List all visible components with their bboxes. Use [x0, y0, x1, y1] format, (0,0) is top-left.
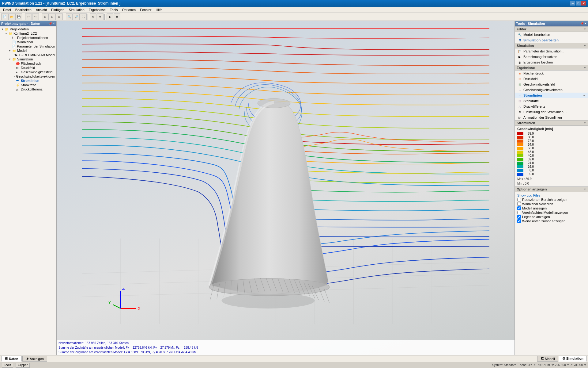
tools-button[interactable]: Tools	[2, 363, 13, 368]
menu-optionen[interactable]: Optionen	[120, 7, 138, 12]
option-checkbox[interactable]	[517, 202, 521, 206]
tree-item-druckdifferenz[interactable]: △Druckdifferenz	[0, 87, 56, 91]
tab-simulation[interactable]: ⚙ Simulation	[559, 356, 587, 362]
menu-bearbeiten[interactable]: Bearbeiten	[13, 7, 33, 12]
show-log-files-link[interactable]: Show Log Files	[517, 194, 540, 197]
geschwindigkeitsvektoren-item[interactable]: → Geschwindigkeitsvektoren	[515, 87, 588, 93]
tree-item-stabkräfte[interactable]: ⚡Stabkräfte	[0, 83, 56, 87]
toolbar-save[interactable]: 💾	[15, 13, 22, 20]
menu-einfuegen[interactable]: Einfügen	[49, 7, 66, 12]
minimize-button[interactable]: ─	[570, 1, 575, 6]
stromlinien-item[interactable]: ≈ Stromlinien ◄	[515, 93, 588, 98]
menu-tools[interactable]: Tools	[108, 7, 120, 12]
legend-value-text: 40.0	[525, 154, 534, 158]
panel-close-icon[interactable]: ✕	[53, 22, 55, 25]
scene-area[interactable]: X Y Z Netzinformationen: 157 955 Zellen,…	[57, 21, 514, 355]
section-editor-label: Editor	[517, 27, 526, 31]
toolbar-stop[interactable]: ■	[114, 13, 120, 20]
animation-stromlinien-item[interactable]: ▷ Animation der Stromlinien	[515, 115, 588, 120]
status-y: Y: 226.550 m	[551, 363, 569, 367]
toolbar-pan[interactable]: ✥	[97, 13, 104, 20]
option-row-windkanal-aktivieren: Windkanal aktivieren	[517, 202, 586, 206]
tree-item-modell[interactable]: ▼📁Modell	[0, 48, 56, 53]
flaechendruck-item[interactable]: ■ Flächendruck	[515, 71, 588, 76]
legend-entry: 64.0	[517, 143, 534, 147]
option-row-vereinfachtes-modell-anzeigen: Vereinfachtes Modell anzeigen	[517, 210, 586, 215]
berechnung-item[interactable]: ▶ Berechnung fortsetzen	[515, 54, 588, 59]
statusbar-right: System: Standard Ebene: XY X: 79.671 m Y…	[492, 363, 586, 367]
toolbar-zoom-all[interactable]: ⛶	[80, 13, 87, 20]
option-checkbox[interactable]	[517, 215, 521, 219]
druckfeld-label: Druckfeld	[523, 77, 537, 81]
clipper-button[interactable]: Clipper	[16, 363, 30, 368]
animation-icon: ▷	[517, 115, 522, 120]
berechnung-label: Berechnung fortsetzen	[523, 55, 557, 59]
tree-item-stromlinien[interactable]: 〰Stromlinien	[0, 79, 56, 83]
stromlinien-indicator: ◄	[583, 94, 586, 97]
option-checkbox[interactable]	[517, 198, 521, 201]
tree-item-flächendruck[interactable]: 🔴Flächendruck	[0, 61, 56, 66]
maximize-button[interactable]: □	[576, 1, 581, 6]
toolbar-view3[interactable]: ⊠	[56, 13, 63, 20]
stabkraefte-item[interactable]: ⊟ Stabkräfte	[515, 98, 588, 104]
tab-anzeigen[interactable]: 👁 Anzeigen	[22, 356, 47, 362]
toolbar-view2[interactable]: ⊟	[49, 13, 56, 20]
tree-item-geschwindigkeitsvektoren[interactable]: →Geschwindigkeitsvektoren	[0, 74, 56, 79]
toolbar-rotate[interactable]: ↻	[90, 13, 96, 20]
panel-pin-icon[interactable]: 📌	[49, 22, 52, 25]
tree-item-windkanal[interactable]: 📄Windkanal	[0, 40, 56, 44]
legend-entry: 48.0	[517, 150, 534, 154]
parameter-simulation-item[interactable]: 📋 Parameter der Simulation...	[515, 48, 588, 54]
tree-item-projektinformationen[interactable]: ℹProjektinformationen	[0, 36, 56, 40]
option-checkbox[interactable]	[517, 219, 521, 223]
tree-item-parameter-der-simulation[interactable]: 📄Parameter der Simulation	[0, 44, 56, 48]
toolbar-new[interactable]: 📄	[1, 13, 8, 20]
geschwindigkeitsfeld-icon: ⊞	[517, 82, 522, 86]
menu-datei[interactable]: Datei	[1, 7, 13, 12]
legend-color-box	[517, 165, 523, 168]
geschwindigkeitsfeld-item[interactable]: ⊞ Geschwindigkeitsfeld	[515, 82, 588, 87]
druckdifferenz-item[interactable]: △ Druckdifferenz	[515, 104, 588, 109]
menu-ergebnisse[interactable]: Ergebnisse	[87, 7, 107, 12]
section-editor[interactable]: Editor ▼	[515, 26, 588, 32]
toolbar-open[interactable]: 📂	[8, 13, 15, 20]
viewport[interactable]: Dimensionen des Windkanals: Dx = 1216.89…	[57, 21, 514, 355]
tree-item-geschwindigkeitsfeld[interactable]: ≈Geschwindigkeitsfeld	[0, 70, 56, 74]
simulation-bearbeiten-label: Simulation bearbeiten	[523, 38, 559, 42]
legend-entry: 24.0	[517, 161, 534, 165]
modell-bearbeiten-item[interactable]: 🔧 Modell bearbeiten	[515, 32, 588, 37]
tree-item-projektdaten[interactable]: ▼📁Projektdaten	[0, 27, 56, 31]
druckfeld-item[interactable]: ⊞ Druckfeld	[515, 76, 588, 82]
section-optionen[interactable]: Optionen anzeigen ▼	[515, 186, 588, 192]
right-panel-pin[interactable]: 📌	[580, 22, 584, 25]
toolbar-redo[interactable]: ↪	[32, 13, 39, 20]
tab-modell[interactable]: 🏗 Modell	[537, 356, 558, 362]
right-panel-close[interactable]: ✕	[584, 22, 587, 25]
menu-fenster[interactable]: Fenster	[138, 7, 153, 12]
ergebnisse-loeschen-item[interactable]: 🗑 Ergebnisse löschen	[515, 59, 588, 65]
tree-item-druckfeld[interactable]: ⊞Druckfeld	[0, 66, 56, 70]
section-simulation[interactable]: Simulation ▼	[515, 43, 588, 48]
toolbar-render[interactable]: ▶	[107, 13, 113, 20]
toolbar-undo[interactable]: ↩	[25, 13, 32, 20]
menubar: Datei Bearbeiten Ansicht Einfügen Simula…	[0, 7, 588, 13]
section-stromlinien[interactable]: Stromlinien ▼	[515, 120, 588, 126]
legend-entry: 72.0	[517, 139, 534, 143]
section-ergebnisse[interactable]: Ergebnisse ▼	[515, 65, 588, 71]
menu-hilfe[interactable]: Hilfe	[154, 7, 164, 12]
tree-item-kühlturm2_lc2[interactable]: ▼📁Kühlturm2_LC2	[0, 31, 56, 36]
menu-simulation[interactable]: Simulation	[67, 7, 86, 12]
menu-ansicht[interactable]: Ansicht	[34, 7, 49, 12]
einstellung-icon: ≋	[517, 110, 522, 114]
close-button[interactable]: ✕	[581, 1, 586, 6]
einstellung-stromlinien-item[interactable]: ≋ Einstellung der Stromlinien ...	[515, 109, 588, 115]
simulation-bearbeiten-item[interactable]: ⚙ Simulation bearbeiten	[515, 37, 588, 43]
option-checkbox[interactable]	[517, 211, 521, 214]
option-checkbox[interactable]	[517, 206, 521, 210]
toolbar-view1[interactable]: ⊞	[42, 13, 49, 20]
toolbar-zoom-out[interactable]: 🔎	[73, 13, 80, 20]
toolbar-zoom-in[interactable]: 🔍	[66, 13, 73, 20]
tree-item-1---rfem/rstab-model[interactable]: 🏗1 - RFEM/RSTAB Model	[0, 53, 56, 57]
tab-daten[interactable]: 🗄 Daten	[1, 356, 22, 362]
tree-item-simulation[interactable]: ▼📁Simulation	[0, 57, 56, 61]
